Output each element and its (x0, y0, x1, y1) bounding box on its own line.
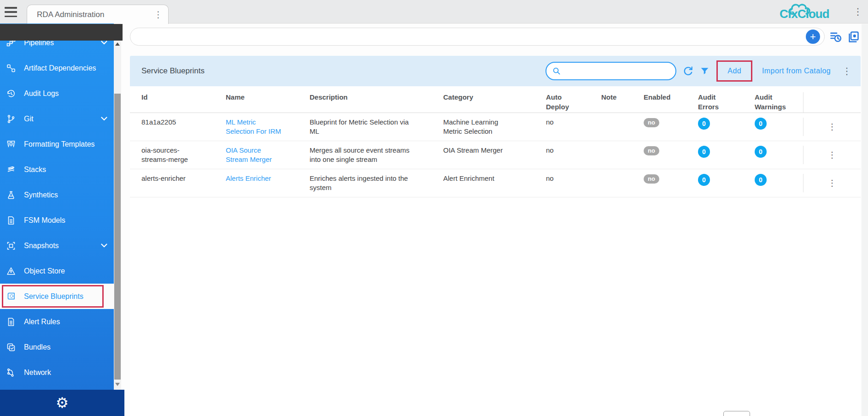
sidebar-item-network[interactable]: Network (0, 360, 114, 385)
blueprint-category: Machine Learning Metric Selection (443, 118, 510, 136)
chevron-down-icon (101, 117, 107, 121)
column-header-audit-warnings: Audit Warnings (755, 92, 803, 112)
add-circle-button[interactable]: + (806, 30, 820, 44)
auto-deploy-value: no (546, 118, 554, 126)
chevron-down-icon (101, 244, 107, 248)
alert-rules-icon (6, 317, 16, 327)
sidebar-footer-bar: ⚙ (0, 390, 124, 416)
sidebar-item-formatting-templates[interactable]: Formatting Templates (0, 131, 114, 157)
audit-errors-badge: 0 (698, 146, 710, 158)
blueprint-id: 81a1a2205 (141, 118, 176, 127)
sidebar-item-audit-logs[interactable]: Audit Logs (0, 81, 114, 106)
blueprint-description: Merges all source event streams into one… (310, 146, 420, 164)
column-header-description: Description (310, 92, 443, 102)
blueprint-id: oia-sources-streams-merge (141, 146, 197, 164)
sidebar-item-service-blueprints[interactable]: Service Blueprints (0, 284, 114, 309)
scroll-up-arrow-icon[interactable] (115, 42, 120, 46)
tab-kebab-icon[interactable]: ⋮ (154, 10, 163, 19)
sidebar-item-object-store[interactable]: Object Store (0, 258, 114, 284)
sidebar-item-stacks[interactable]: Stacks (0, 157, 114, 182)
formatting-templates-icon (6, 139, 16, 149)
blueprint-name-link[interactable]: OIA Source Stream Merger (226, 146, 283, 164)
table-header: Id Name Description Category Auto Deploy… (130, 86, 861, 113)
refresh-icon[interactable] (682, 65, 694, 77)
search-icon (552, 67, 561, 76)
sidebar-item-git[interactable]: Git (0, 106, 114, 131)
sidebar-scrollbar-thumb[interactable] (114, 94, 121, 380)
blueprint-name-link[interactable]: Alerts Enricher (226, 174, 271, 183)
column-header-note: Note (601, 92, 644, 102)
audit-warnings-badge: 0 (755, 146, 767, 158)
sidebar-header-overlay (0, 24, 123, 41)
blueprint-category: OIA Stream Merger (443, 146, 503, 155)
chevron-down-icon (101, 41, 107, 45)
table-row: 81a1a2205 ML Metric Selection For IRM Bl… (130, 113, 861, 141)
sidebar-item-synthetics[interactable]: Synthetics (0, 182, 114, 208)
enabled-badge: no (644, 118, 659, 127)
scroll-down-arrow-icon[interactable] (115, 383, 120, 386)
sidebar-scrollbar[interactable] (114, 24, 121, 390)
snapshots-icon (6, 241, 16, 251)
browser-top-bar: RDA Administration ⋮ CfxCloud ⋮ (0, 0, 868, 24)
pagination-button-partial[interactable] (723, 411, 750, 416)
menu-icon[interactable] (5, 6, 18, 18)
audit-errors-badge: 0 (698, 174, 710, 186)
artifact-dependencies-icon (6, 63, 16, 73)
sidebar-item-fsm-models[interactable]: FSM Models (0, 208, 114, 233)
table-row: alerts-enricher Alerts Enricher Enriches… (130, 169, 861, 197)
enabled-badge: no (644, 146, 659, 155)
sidebar-item-bundles[interactable]: Bundles (0, 334, 114, 360)
copy-save-icon[interactable] (847, 30, 860, 43)
column-header-auto-deploy: Auto Deploy (546, 92, 601, 112)
tab-title: RDA Administration (37, 10, 154, 19)
omnibar[interactable] (130, 28, 825, 46)
panel-title: Service Blueprints (141, 66, 205, 76)
column-header-name: Name (226, 92, 310, 102)
panel-header: Service Blueprints Add Import from (130, 56, 861, 86)
add-button[interactable]: Add (727, 67, 741, 75)
fsm-models-icon (6, 215, 16, 226)
blueprint-id: alerts-enricher (141, 174, 186, 183)
bundles-icon (6, 342, 16, 352)
column-header-id: Id (141, 92, 226, 102)
service-blueprints-icon (6, 291, 16, 302)
auto-deploy-value: no (546, 146, 554, 154)
auto-deploy-value: no (546, 174, 554, 182)
annotation-box-add: Add (716, 60, 752, 82)
audit-errors-badge: 0 (698, 118, 710, 130)
network-icon (6, 368, 16, 378)
cfxcloud-logo: CfxCloud (780, 1, 841, 23)
panel-kebab-icon[interactable]: ⋮ (842, 66, 851, 76)
audit-logs-icon (6, 89, 16, 99)
import-from-catalog-button[interactable]: Import from Catalog (762, 67, 831, 75)
row-actions-kebab[interactable]: ⋮ (828, 123, 836, 131)
sidebar-item-alert-rules[interactable]: Alert Rules (0, 309, 114, 334)
window-scrollbar[interactable] (862, 24, 868, 416)
blueprint-name-link[interactable]: ML Metric Selection For IRM (226, 118, 283, 136)
sidebar-item-artifact-dependencies[interactable]: Artifact Dependencies (0, 55, 114, 81)
browser-tab[interactable]: RDA Administration ⋮ (27, 5, 169, 24)
enabled-badge: no (644, 174, 659, 184)
column-header-category: Category (443, 92, 546, 102)
search-input[interactable] (565, 67, 670, 75)
blueprint-description: Blueprint for Metric Selection via ML (310, 118, 420, 136)
sidebar: Pipelines Artifact Dependencies Audit Lo… (0, 24, 114, 390)
table-row: oia-sources-streams-merge OIA Source Str… (130, 141, 861, 169)
synthetics-icon (6, 190, 16, 200)
row-actions-kebab[interactable]: ⋮ (828, 151, 836, 159)
settings-gear-icon[interactable]: ⚙ (56, 396, 69, 410)
column-header-actions (803, 92, 861, 113)
search-box[interactable] (545, 62, 676, 80)
history-clock-icon[interactable] (829, 30, 842, 43)
row-actions-kebab[interactable]: ⋮ (828, 179, 836, 187)
brand-text: CfxCloud (780, 7, 829, 21)
filter-icon[interactable] (700, 66, 710, 76)
omnibar-input[interactable] (140, 29, 785, 44)
blueprint-category: Alert Enrichment (443, 174, 494, 183)
rda-administration-page: RDA Administration ⋮ CfxCloud ⋮ + (0, 0, 868, 416)
stacks-icon (6, 165, 16, 175)
browser-kebab-icon[interactable]: ⋮ (853, 7, 862, 16)
column-header-enabled: Enabled (644, 92, 698, 102)
audit-warnings-badge: 0 (755, 174, 767, 186)
sidebar-item-snapshots[interactable]: Snapshots (0, 233, 114, 258)
